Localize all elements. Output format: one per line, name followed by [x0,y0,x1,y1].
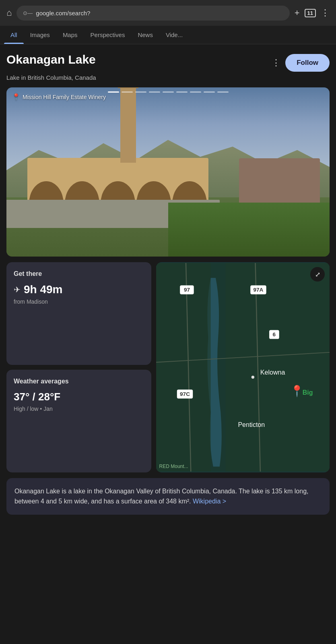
tab-news[interactable]: News [131,26,159,44]
svg-text:6: 6 [272,331,276,338]
search-tabs-bar: All Images Maps Perspectives News Vide..… [0,26,336,44]
svg-text:97A: 97A [253,287,263,293]
map-card[interactable]: 97 97A 6 97C Kelowna Penticton 📍 Big ⤢ R… [156,262,330,472]
map-bottom-label: RED Mount... [159,464,188,469]
get-there-duration: 9h 49m [24,283,63,296]
tab-all[interactable]: All [4,26,24,44]
site-icon: ⊙— [23,10,33,16]
svg-point-14 [251,376,254,379]
svg-text:📍: 📍 [290,384,303,398]
get-there-duration-row: ✈ 9h 49m [14,283,144,296]
page-title: Okanagan Lake [6,52,96,67]
weather-card[interactable]: Weather averages 37° / 28°F High / low •… [6,370,151,472]
plane-icon: ✈ [14,285,21,294]
get-there-title: Get there [14,270,144,277]
description-text: Okanagan Lake is a lake in the Okanagan … [14,486,322,507]
photo-dots[interactable] [108,91,229,93]
get-there-card[interactable]: Get there ✈ 9h 49m from Madison [6,262,151,365]
tab-videos[interactable]: Vide... [159,26,189,44]
entity-photo[interactable]: 📍 Mission Hill Family Estate Winery [6,87,330,257]
more-options-icon[interactable]: ⋮ [272,58,280,68]
tab-images[interactable]: Images [24,26,56,44]
browser-chrome: ⌂ ⊙— google.com/search? + 11 ⋮ [0,0,336,26]
entity-header: Okanagan Lake ⋮ Follow [6,52,330,72]
photo-caption: 📍 Mission Hill Family Estate Winery [12,93,106,101]
wikipedia-link[interactable]: Wikipedia > [193,498,226,505]
svg-text:Kelowna: Kelowna [260,369,285,376]
weather-temp: 37° / 28°F [14,391,144,403]
svg-text:Big: Big [302,389,313,396]
home-icon[interactable]: ⌂ [6,8,12,18]
get-there-from: from Madison [14,298,144,305]
follow-button[interactable]: Follow [285,54,330,72]
info-cards-row: Get there ✈ 9h 49m from Madison Weather … [6,262,330,472]
map-expand-button[interactable]: ⤢ [310,267,325,282]
main-content: Okanagan Lake ⋮ Follow Lake in British C… [0,44,336,523]
tab-count[interactable]: 11 [305,9,316,17]
more-menu-icon[interactable]: ⋮ [321,8,330,18]
entity-subtitle: Lake in British Columbia, Canada [6,74,330,81]
svg-text:Penticton: Penticton [238,421,265,428]
add-tab-icon[interactable]: + [295,8,300,18]
map-svg: 97 97A 6 97C Kelowna Penticton 📍 Big [156,262,330,472]
title-actions: ⋮ Follow [272,54,330,72]
location-pin-icon: 📍 [12,93,20,101]
url-bar[interactable]: ⊙— google.com/search? [16,6,289,21]
svg-text:97C: 97C [180,391,190,397]
weather-period: High / low • Jan [14,406,144,412]
url-text: google.com/search? [36,10,90,17]
tab-maps[interactable]: Maps [56,26,84,44]
svg-text:97: 97 [183,287,190,293]
svg-rect-2 [225,263,330,472]
weather-title: Weather averages [14,378,144,385]
description-box: Okanagan Lake is a lake in the Okanagan … [6,478,330,515]
tab-perspectives[interactable]: Perspectives [84,26,132,44]
